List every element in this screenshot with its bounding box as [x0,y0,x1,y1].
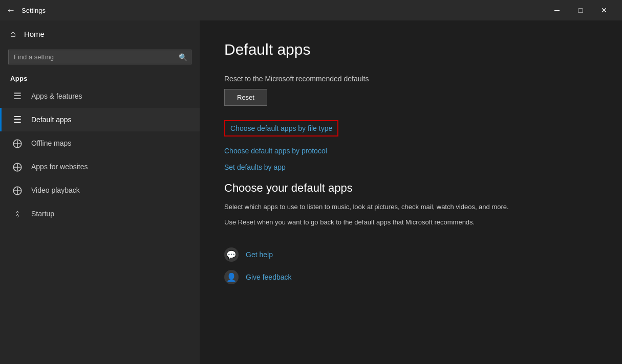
reset-button[interactable]: Reset [224,89,267,106]
sidebar-item-label: Video playback [31,186,80,194]
sidebar-home[interactable]: ⌂ Home [0,20,200,48]
sidebar: ⌂ Home 🔍 Apps ☰ Apps & features ☰ Defaul… [0,20,200,364]
sidebar-item-apps-websites[interactable]: ⨁ Apps for websites [0,155,200,178]
give-feedback-label: Give feedback [246,273,292,281]
set-defaults-by-app-link[interactable]: Set defaults by app [224,163,597,171]
home-icon: ⌂ [10,29,16,39]
app-title: Settings [22,7,46,14]
minimize-button[interactable]: ─ [545,0,569,20]
default-apps-icon: ☰ [12,114,23,125]
sidebar-item-apps-features[interactable]: ☰ Apps & features [0,84,200,108]
sidebar-item-label: Default apps [31,116,72,124]
sidebar-item-label: Offline maps [31,139,71,147]
startup-icon: ⨟ [12,208,23,219]
video-playback-icon: ⨁ [12,185,23,196]
app-container: ⌂ Home 🔍 Apps ☰ Apps & features ☰ Defaul… [0,20,622,364]
home-label: Home [24,30,45,38]
back-button[interactable]: ← [6,5,15,16]
give-feedback-icon: 👤 [224,270,239,284]
offline-maps-icon: ⨁ [12,138,23,149]
sidebar-section-label: Apps [0,71,200,84]
sidebar-item-startup[interactable]: ⨟ Startup [0,202,200,225]
content-area: Default apps Reset to the Microsoft reco… [200,20,622,364]
search-box: 🔍 [8,50,191,64]
apps-features-icon: ☰ [12,90,23,102]
sidebar-item-label: Startup [31,210,54,218]
sidebar-item-label: Apps & features [31,92,82,100]
section-desc-2: Use Reset when you want to go back to th… [224,217,593,228]
title-bar: ← Settings ─ □ ✕ [0,0,622,20]
help-links: 💬 Get help 👤 Give feedback [224,247,597,284]
section-title: Choose your default apps [224,181,597,195]
choose-by-file-type-link[interactable]: Choose default apps by file type [224,120,338,136]
maximize-button[interactable]: □ [569,0,592,20]
close-button[interactable]: ✕ [592,0,616,20]
page-title: Default apps [224,41,597,58]
reset-description: Reset to the Microsoft recommended defau… [224,75,597,83]
give-feedback-link[interactable]: 👤 Give feedback [224,270,597,284]
sidebar-item-label: Apps for websites [31,163,88,171]
search-icon[interactable]: 🔍 [179,53,187,61]
search-input[interactable] [8,50,191,64]
apps-websites-icon: ⨁ [12,161,23,172]
sidebar-item-video-playback[interactable]: ⨁ Video playback [0,178,200,202]
choose-by-protocol-link[interactable]: Choose default apps by protocol [224,147,597,155]
get-help-icon: 💬 [224,247,239,262]
window-controls: ─ □ ✕ [545,0,616,20]
get-help-label: Get help [246,251,273,259]
sidebar-item-offline-maps[interactable]: ⨁ Offline maps [0,131,200,155]
section-desc-1: Select which apps to use to listen to mu… [224,202,593,212]
get-help-link[interactable]: 💬 Get help [224,247,597,262]
sidebar-item-default-apps[interactable]: ☰ Default apps [0,108,200,131]
